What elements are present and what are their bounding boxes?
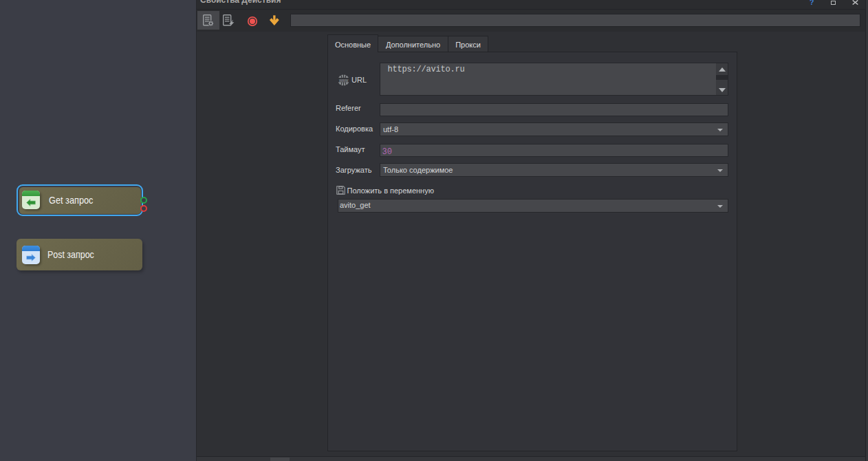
svg-text:www: www bbox=[338, 77, 349, 82]
